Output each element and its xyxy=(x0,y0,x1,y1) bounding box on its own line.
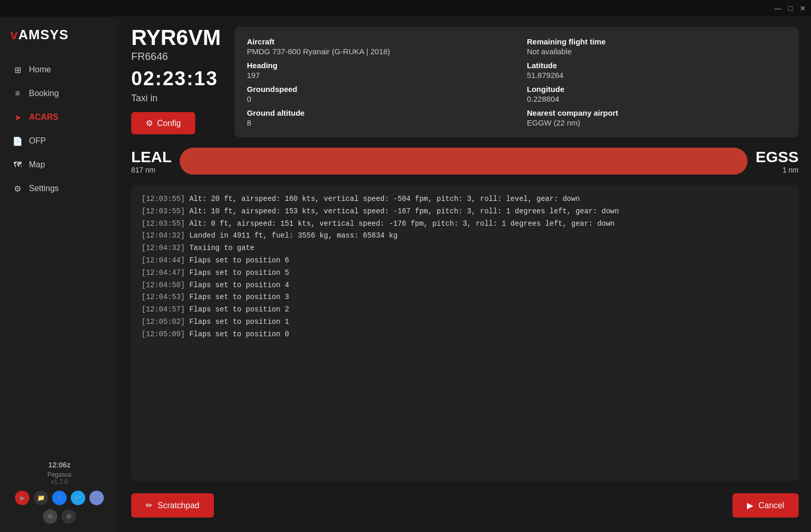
log-entry: [12:04:44] Flaps set to position 6 xyxy=(142,255,788,267)
bottom-icon-7[interactable]: ⚙ xyxy=(61,509,76,524)
log-timestamp: [12:05:02] xyxy=(142,318,185,326)
progress-bar-fill xyxy=(180,148,747,175)
log-entry: [12:03:55] Alt: 20 ft, airspeed: 160 kts… xyxy=(142,193,788,206)
info-heading: Heading 197 xyxy=(247,61,506,80)
ground-altitude-value: 8 xyxy=(247,118,506,127)
log-timestamp: [12:03:55] xyxy=(142,207,185,215)
latitude-value: 51.879264 xyxy=(527,71,786,80)
bottom-icon-2[interactable]: 📁 xyxy=(34,491,48,505)
sidebar-item-home[interactable]: ⊞ Home xyxy=(4,58,115,81)
log-entry: [12:04:53] Flaps set to position 3 xyxy=(142,291,788,304)
aircraft-label: Aircraft xyxy=(247,37,506,46)
sidebar-version: v1.7.0 xyxy=(10,478,108,486)
info-ground-altitude: Ground altitude 8 xyxy=(247,108,506,127)
log-timestamp: [12:03:55] xyxy=(142,195,185,203)
origin-airport: LEAL 817 nm xyxy=(131,148,171,174)
nearest-airport-value: EGGW (22 nm) xyxy=(527,118,786,127)
sidebar-item-label: ACARS xyxy=(29,113,58,122)
log-message: Alt: 20 ft, airspeed: 160 kts, vertical … xyxy=(189,195,580,203)
log-timestamp: [12:04:47] xyxy=(142,269,185,277)
remaining-time-label: Remaining flight time xyxy=(527,37,786,46)
info-latitude: Latitude 51.879264 xyxy=(527,61,786,80)
sidebar-item-booking[interactable]: ≡ Booking xyxy=(4,82,115,105)
sidebar-item-label: Map xyxy=(29,160,45,169)
log-message: Flaps set to position 5 xyxy=(189,269,289,277)
log-message: Flaps set to position 6 xyxy=(189,256,289,264)
cancel-icon: ▶ xyxy=(747,500,753,510)
sidebar-item-label: Booking xyxy=(29,89,59,98)
sidebar-app-name: Pegasus xyxy=(10,471,108,478)
logo-rest: AMSYS xyxy=(18,27,68,42)
edit-icon: ✏ xyxy=(146,500,152,510)
log-section[interactable]: [12:03:55] Alt: 20 ft, airspeed: 160 kts… xyxy=(131,185,799,481)
ground-altitude-label: Ground altitude xyxy=(247,108,506,117)
longitude-value: 0.228804 xyxy=(527,95,786,103)
settings-icon: ⚙ xyxy=(12,183,23,194)
bottom-icon-5[interactable]: D xyxy=(89,491,104,505)
flight-time: 02:23:13 xyxy=(131,68,218,90)
info-col-right: Remaining flight time Not available Lati… xyxy=(527,37,786,127)
log-timestamp: [12:05:09] xyxy=(142,330,185,338)
bottom-icon-3[interactable]: f xyxy=(52,491,67,505)
sidebar-item-ofp[interactable]: 📄 OFP xyxy=(4,130,115,152)
log-entry: [12:04:32] Taxiing to gate xyxy=(142,242,788,255)
log-message: Flaps set to position 1 xyxy=(189,318,289,326)
cancel-button[interactable]: ▶ Cancel xyxy=(732,493,799,518)
map-icon: 🗺 xyxy=(12,160,23,170)
sidebar-logo: vAMSYS xyxy=(0,17,119,58)
log-entry: [12:03:55] Alt: 10 ft, airspeed: 153 kts… xyxy=(142,206,788,218)
longitude-label: Longitude xyxy=(527,85,786,93)
close-button[interactable]: ✕ xyxy=(799,4,807,12)
sidebar-item-settings[interactable]: ⚙ Settings xyxy=(4,177,115,200)
acars-icon: ➤ xyxy=(12,112,23,122)
info-groundspeed: Groundspeed 0 xyxy=(247,85,506,103)
sidebar-item-label: OFP xyxy=(29,136,46,146)
sidebar-item-acars[interactable]: ➤ ACARS xyxy=(4,106,115,129)
heading-label: Heading xyxy=(247,61,506,70)
scratchpad-label: Scratchpad xyxy=(158,501,199,510)
log-timestamp: [12:04:50] xyxy=(142,281,185,289)
logo-v: v xyxy=(10,27,18,42)
log-message: Alt: 10 ft, airspeed: 153 kts, vertical … xyxy=(189,207,619,215)
bottom-icon-6[interactable]: ✉ xyxy=(43,509,57,524)
sidebar-item-label: Home xyxy=(29,65,51,74)
log-entry: [12:04:57] Flaps set to position 2 xyxy=(142,304,788,316)
home-icon: ⊞ xyxy=(12,65,23,75)
sidebar-nav: ⊞ Home ≡ Booking ➤ ACARS 📄 OFP 🗺 Map ⚙ S xyxy=(0,58,119,200)
destination-code: EGSS xyxy=(756,148,799,166)
title-bar: — □ ✕ xyxy=(0,0,811,17)
sidebar-item-label: Settings xyxy=(29,184,59,193)
cancel-label: Cancel xyxy=(758,501,784,510)
window-controls: — □ ✕ xyxy=(774,4,807,12)
origin-code: LEAL xyxy=(131,148,171,166)
config-label: Config xyxy=(157,119,181,128)
flight-status: Taxi in xyxy=(131,93,158,104)
config-button[interactable]: ⚙ Config xyxy=(131,112,195,134)
gear-icon: ⚙ xyxy=(146,118,153,128)
info-aircraft: Aircraft PMDG 737-800 Ryanair (G-RUKA | … xyxy=(247,37,506,56)
bottom-icon-1[interactable]: ▶ xyxy=(15,491,29,505)
flight-callsign: RYR6VM xyxy=(131,27,221,49)
progress-bar-container xyxy=(180,148,747,175)
aircraft-value: PMDG 737-800 Ryanair (G-RUKA | 2018) xyxy=(247,47,506,56)
log-entry: [12:05:02] Flaps set to position 1 xyxy=(142,316,788,328)
sidebar-item-map[interactable]: 🗺 Map xyxy=(4,153,115,176)
bottom-icon-4[interactable]: 🐦 xyxy=(71,491,85,505)
main-content: RYR6VM FR6646 02:23:13 Taxi in ⚙ Config … xyxy=(119,17,811,532)
origin-dist: 817 nm xyxy=(131,166,171,174)
bottom-bar: ✏ Scratchpad ▶ Cancel xyxy=(131,489,799,522)
sidebar-bottom-icons: ▶ 📁 f 🐦 D ✉ ⚙ xyxy=(10,491,108,524)
logo-text: vAMSYS xyxy=(10,27,69,42)
info-longitude: Longitude 0.228804 xyxy=(527,85,786,103)
maximize-button[interactable]: □ xyxy=(786,4,794,12)
sidebar-bottom: 12:06z Pegasus v1.7.0 ▶ 📁 f 🐦 D ✉ ⚙ xyxy=(0,452,119,532)
remaining-time-value: Not available xyxy=(527,47,786,56)
route-progress-section: LEAL 817 nm EGSS 1 nm xyxy=(131,148,799,175)
groundspeed-label: Groundspeed xyxy=(247,85,506,93)
log-timestamp: [12:04:32] xyxy=(142,231,185,240)
log-message: Taxiing to gate xyxy=(189,244,254,252)
minimize-button[interactable]: — xyxy=(774,4,782,12)
heading-value: 197 xyxy=(247,71,506,80)
log-entry: [12:04:47] Flaps set to position 5 xyxy=(142,267,788,279)
scratchpad-button[interactable]: ✏ Scratchpad xyxy=(131,493,214,518)
